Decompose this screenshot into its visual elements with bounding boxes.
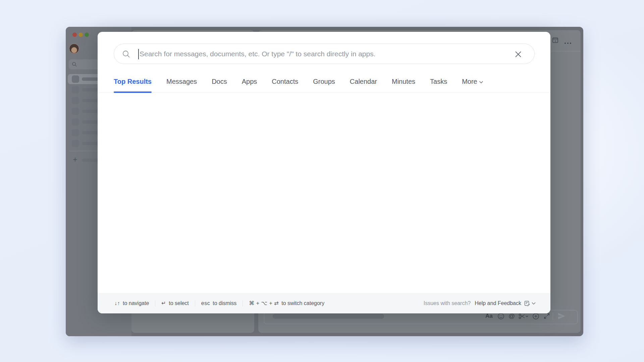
chevron-down-icon: [532, 302, 536, 305]
divider: [195, 300, 195, 306]
send-icon[interactable]: [557, 312, 566, 320]
window-close-button[interactable]: [72, 33, 77, 37]
arrows-icon: ↓↑: [114, 300, 120, 306]
issues-text: Issues with search?: [424, 300, 471, 306]
add-button[interactable]: +: [71, 156, 79, 164]
search-results-area: [98, 93, 550, 293]
search-icon: [72, 62, 77, 67]
window-minimize-button[interactable]: [78, 33, 83, 37]
tab-tasks[interactable]: Tasks: [430, 71, 447, 93]
hint-switch-category: ⌘ + ⌥ + ⇄ to switch category: [249, 300, 324, 306]
divider: [243, 300, 243, 306]
expand-icon[interactable]: [543, 312, 550, 320]
window-maximize-button[interactable]: [85, 33, 89, 37]
global-search-modal: Top Results Messages Docs Apps Contacts …: [98, 32, 550, 313]
search-input[interactable]: [140, 44, 505, 64]
search-modal-footer: ↓↑ to navigate ↵ to select esc to dismis…: [98, 293, 550, 313]
keyboard-hints: ↓↑ to navigate ↵ to select esc to dismis…: [114, 300, 324, 306]
skeleton-avatar[interactable]: [72, 108, 79, 115]
composer-divider: [553, 312, 553, 320]
active-tab-underline: [114, 92, 152, 93]
skeleton-avatar[interactable]: [72, 86, 79, 94]
hint-navigate: ↓↑ to navigate: [114, 300, 149, 306]
calendar-icon[interactable]: 3: [552, 37, 558, 45]
desktop-background: + 3 Aa: [0, 0, 644, 362]
enter-icon: ↵: [161, 300, 166, 306]
divider: [155, 300, 155, 306]
skeleton-avatar[interactable]: [72, 129, 79, 136]
tab-more[interactable]: More: [462, 71, 483, 93]
hint-dismiss: esc to dismiss: [201, 300, 237, 306]
feedback-form-icon: [524, 300, 530, 306]
tab-messages[interactable]: Messages: [166, 71, 197, 93]
footer-help: Issues with search? Help and Feedback: [424, 300, 536, 306]
search-input-container: [114, 44, 535, 64]
composer-skeleton-text: [273, 314, 384, 319]
skeleton-avatar[interactable]: [72, 97, 79, 104]
search-category-tabs: Top Results Messages Docs Apps Contacts …: [98, 71, 550, 93]
format-icon[interactable]: Aa: [485, 312, 493, 320]
hint-select: ↵ to select: [161, 300, 189, 306]
search-icon: [122, 50, 130, 58]
screenshot-icon[interactable]: [518, 312, 528, 320]
tab-groups[interactable]: Groups: [313, 71, 335, 93]
emoji-icon[interactable]: [497, 312, 504, 320]
tab-calendar[interactable]: Calendar: [350, 71, 377, 93]
svg-text:3: 3: [554, 40, 556, 43]
text-caret: [138, 49, 139, 59]
skeleton-avatar[interactable]: [72, 140, 79, 147]
tab-top-results[interactable]: Top Results: [114, 71, 152, 93]
tab-contacts[interactable]: Contacts: [272, 71, 298, 93]
skeleton-avatar: [72, 75, 79, 83]
tab-minutes[interactable]: Minutes: [392, 71, 415, 93]
skeleton-avatar[interactable]: [72, 118, 79, 126]
tab-apps[interactable]: Apps: [242, 71, 257, 93]
cmd-opt-switch-icons: ⌘ + ⌥ + ⇄: [249, 300, 279, 306]
close-icon[interactable]: [513, 49, 524, 60]
help-and-feedback-link[interactable]: Help and Feedback: [475, 300, 536, 306]
avatar[interactable]: [69, 44, 79, 54]
chevron-down-icon: [479, 81, 483, 84]
plus-circle-icon[interactable]: [532, 312, 539, 320]
mention-icon[interactable]: @: [508, 312, 515, 320]
tab-docs[interactable]: Docs: [212, 71, 227, 93]
more-icon[interactable]: [564, 40, 572, 46]
